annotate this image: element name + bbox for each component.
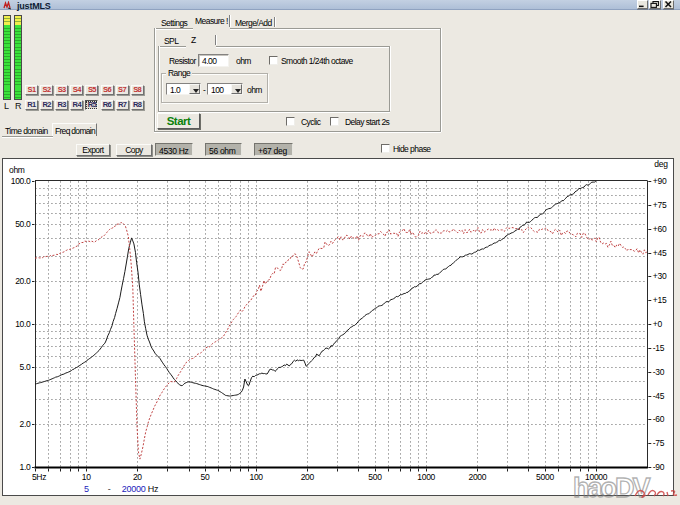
tab-separator [229, 15, 230, 27]
response-button-r2[interactable]: R2 [40, 100, 53, 110]
chart-footer: 5-20000Hz [84, 485, 158, 494]
export-button[interactable]: Export [76, 144, 110, 156]
measure-panel-bottom-border [154, 131, 441, 132]
delay-start-label: Delay start 2s [345, 118, 389, 127]
minimize-button[interactable] [637, 0, 648, 9]
cyclic-checkbox[interactable] [286, 117, 295, 126]
measure-panel-right-border [440, 28, 441, 132]
response-button-r4[interactable]: R4 [70, 100, 83, 110]
signal-button-s8[interactable]: S8 [131, 85, 144, 95]
window-title: justMLS [17, 1, 51, 11]
hide-phase-label: Hide phase [393, 145, 431, 154]
close-button[interactable] [663, 0, 674, 9]
impedance-readout: 56 ohm [205, 143, 242, 156]
sub-tab-underline [216, 46, 390, 47]
impedance-phase-chart: ohmdeg100.050.020.010.05.02.01.0+90+75+6… [3, 159, 673, 495]
tab-settings[interactable]: Settings [161, 19, 187, 28]
response-button-r6[interactable]: R6 [101, 100, 114, 110]
response-button-r8[interactable]: R8 [131, 100, 144, 110]
sub-tab-underline [158, 46, 186, 47]
y-right-tick-label: -30 [653, 367, 665, 377]
range-max-dropdown-arrow[interactable] [231, 84, 242, 94]
response-button-r1[interactable]: R1 [25, 100, 38, 110]
delay-start-checkbox[interactable] [330, 117, 339, 126]
export-button-label: Export [82, 146, 103, 155]
app-icon [3, 1, 12, 10]
start-button[interactable]: Start [157, 113, 200, 129]
hide-phase-checkbox[interactable] [381, 144, 390, 153]
signal-button-s3[interactable]: S3 [55, 85, 68, 95]
signal-button-s6[interactable]: S6 [101, 85, 114, 95]
smooth-label: Smooth 1/24th octave [281, 57, 353, 66]
range-min-dropdown[interactable]: 1.0 [166, 83, 201, 95]
x-tick-label: 10000 [585, 472, 608, 482]
y-left-tick-label: 1.0 [20, 462, 31, 472]
sweep-separator: - [89, 484, 122, 494]
vu-meter-left [3, 15, 11, 100]
domain-tab-baseline [2, 136, 53, 137]
y-left-tick-label: 50.0 [15, 219, 31, 229]
tab-measure[interactable]: Measure ! [195, 17, 228, 26]
signal-button-s2[interactable]: S2 [40, 85, 53, 95]
y-left-axis-title: ohm [9, 165, 25, 175]
copy-button-label: Copy [125, 146, 143, 155]
x-tick-label: 5000 [536, 472, 554, 482]
x-tick-label: 10 [82, 472, 91, 482]
x-tick-label: 500 [368, 472, 382, 482]
y-left-tick-label: 10.0 [15, 319, 31, 329]
tab-z[interactable]: Z [191, 36, 196, 45]
y-left-tick-label: 2.0 [20, 419, 31, 429]
response-button-r3[interactable]: R3 [55, 100, 68, 110]
vu-right-label: R [15, 102, 21, 111]
y-right-axis-title: deg [654, 159, 668, 169]
tab-underline [230, 28, 441, 29]
y-right-tick-label: -45 [653, 391, 665, 401]
signal-button-s7[interactable]: S7 [116, 85, 129, 95]
range-dash: - [203, 86, 205, 95]
y-right-tick-label: +75 [653, 200, 667, 210]
z-panel-left-border [158, 46, 159, 111]
range-max-value: 100 [211, 86, 224, 95]
response-button-r7[interactable]: R7 [116, 100, 129, 110]
y-left-tick-label: 20.0 [15, 276, 31, 286]
signal-button-s1[interactable]: S1 [25, 85, 38, 95]
tab-freq-domain[interactable]: Freq domain [52, 123, 97, 136]
restore-button[interactable] [649, 0, 661, 9]
sweep-unit: Hz [146, 484, 159, 494]
phase-readout: +67 deg [254, 143, 293, 156]
y-right-tick-label: -15 [653, 343, 665, 353]
vu-meter-right [14, 15, 22, 100]
y-left-tick-label: 100.0 [11, 176, 31, 186]
tab-merge-add[interactable]: Merge/Add [235, 19, 272, 28]
tab-spl[interactable]: SPL [164, 37, 178, 46]
smooth-checkbox[interactable] [269, 56, 278, 65]
y-right-tick-label: +30 [653, 271, 667, 281]
resistor-unit-label: ohm [236, 57, 251, 66]
resistor-label: Resistor [169, 57, 196, 66]
cyclic-label: Cyclic [301, 118, 320, 127]
tab-time-domain[interactable]: Time domain [5, 127, 48, 136]
z-panel-right-border [389, 46, 390, 111]
signal-button-s5[interactable]: S5 [85, 85, 98, 95]
sub-tab-separator [215, 35, 216, 45]
y-right-tick-label: +15 [653, 295, 667, 305]
range-max-dropdown[interactable]: 100 [207, 83, 243, 95]
range-label: Range [166, 69, 192, 78]
y-right-tick-label: -60 [653, 414, 665, 424]
signal-button-s4[interactable]: S4 [70, 85, 83, 95]
x-tick-label: 2000 [468, 472, 486, 482]
copy-button[interactable]: Copy [116, 144, 152, 156]
title-bar: justMLS [0, 0, 680, 10]
x-tick-label: 200 [301, 472, 315, 482]
resistor-input[interactable]: 4.00 [198, 54, 229, 67]
response-button-r5[interactable]: R5 [85, 100, 98, 110]
y-right-tick-label: -75 [653, 438, 665, 448]
range-min-dropdown-arrow[interactable] [189, 84, 200, 94]
frequency-readout: 4530 Hz [155, 143, 193, 156]
x-tick-label: 1000 [417, 472, 435, 482]
x-tick-label: 100 [250, 472, 264, 482]
range-unit-label: ohm [247, 86, 262, 95]
x-tick-label: 20 [133, 472, 142, 482]
measure-panel-left-border [154, 28, 155, 132]
resistor-value: 4.00 [202, 57, 216, 66]
